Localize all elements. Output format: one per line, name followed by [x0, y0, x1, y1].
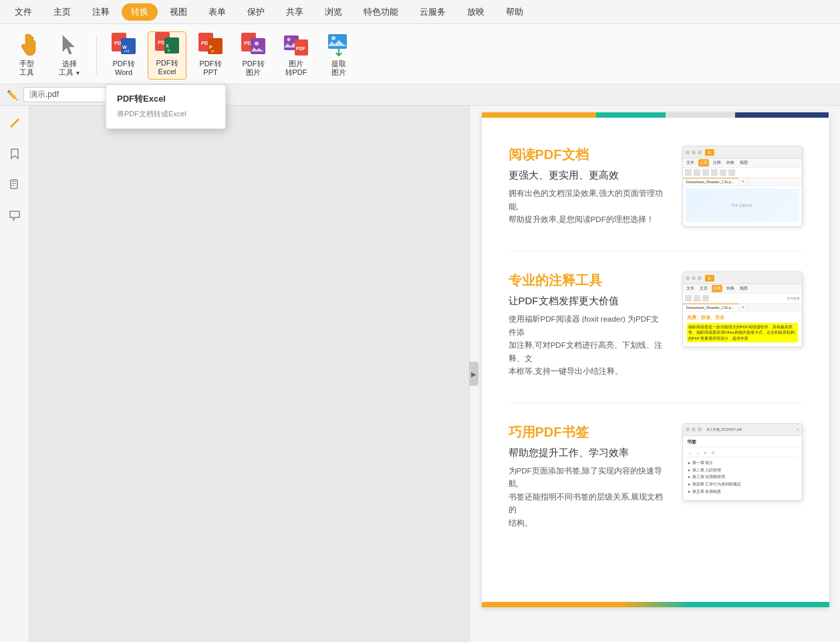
svg-text:ord: ord [124, 49, 129, 53]
mini-tool-5 [720, 169, 726, 176]
extract-image-label: 提取图片 [331, 60, 346, 77]
section-read-image: G 文件 主页 注释 转换 视图 [682, 146, 803, 227]
mini-menu-anno: 注释 [712, 159, 722, 167]
svg-text:X: X [166, 43, 169, 48]
mini-read-menubar: 文件 主页 注释 转换 视图 [683, 158, 802, 168]
svg-rect-30 [12, 183, 16, 184]
menubar: 文件 主页 注释 转换 视图 表单 保护 共享 浏览 特色功能 云服务 放映 帮… [0, 0, 840, 24]
hand-icon [13, 33, 40, 57]
dropdown-title: PDF转Excel [106, 90, 225, 108]
pdf-to-excel-button[interactable]: PDF X ls PDF转Excel [148, 31, 186, 80]
mini-menu-convert: 转换 [725, 159, 736, 167]
pdf-to-image-label: PDF转图片 [243, 60, 265, 77]
pdf-to-excel-icon: PDF X ls [154, 29, 180, 56]
mini-bk-content: 书签 ☆ ☆ A A' ▸第一章 简介 ▸第二章 入职管理 ▸第三章 试用期管理 [683, 436, 802, 500]
main-layout: ▶ 阅读PDF文档 更强大、更实用、更高效 拥有出色的文档渲染效果,强大的页面管… [0, 106, 840, 642]
menu-home[interactable]: 主页 [44, 3, 80, 21]
svg-rect-31 [12, 185, 15, 186]
toolbar: 手型工具 选择工具 ▼ PDF W ord PDF转Word [0, 24, 840, 84]
mini-bk-tool-1: ☆ [688, 451, 692, 455]
svg-point-23 [287, 37, 291, 41]
collapse-button[interactable]: ▶ [469, 362, 478, 386]
section-anno-image: G 文件 主页 注释 转换 视图 文件 [682, 272, 803, 379]
image-to-pdf-button[interactable]: PDF 图片转PDF [277, 31, 315, 80]
menu-convert[interactable]: 转换 [122, 3, 158, 21]
color-bar-teal [596, 112, 666, 118]
left-sidebar [0, 106, 29, 642]
mini-bk-dot-1 [686, 427, 690, 431]
document-area: ▶ [29, 106, 470, 642]
mini-bk-dot-3 [698, 427, 702, 431]
dropdown-tooltip: PDF转Excel 将PDF文档转成Excel [106, 84, 226, 129]
mini-read-content: PDF 文档内容 [683, 186, 802, 226]
sidebar-pages-icon[interactable] [4, 174, 25, 195]
menu-file[interactable]: 文件 [5, 3, 41, 21]
svg-rect-0 [26, 35, 27, 45]
mini-read-tabbar: Datasheet_Reader_CN.p... × [683, 178, 802, 186]
mini-anno-dot-2 [692, 276, 696, 280]
sidebar-bookmark-icon[interactable] [4, 143, 25, 165]
pdf-to-word-icon: PDF W ord [110, 30, 137, 57]
bk-item-1: ▸第一章 简介 [688, 459, 797, 467]
color-bar-orange [482, 112, 597, 118]
section-bk-subtitle: 帮助您提升工作、学习效率 [509, 447, 666, 459]
menu-cloud[interactable]: 云服务 [410, 3, 455, 21]
section-bk-body: 为PDF页面添加书签,除了实现内容的快速导航,书签还能指明不同书签的层级关系,展… [509, 465, 666, 530]
pdf-preview-panel[interactable]: 阅读PDF文档 更强大、更实用、更高效 拥有出色的文档渲染效果,强大的页面管理功… [470, 106, 840, 642]
mini-logo: G [705, 149, 714, 156]
mini-anno-window: G 文件 主页 注释 转换 视图 文件 [682, 272, 803, 347]
hand-tool-button[interactable]: 手型工具 [8, 31, 45, 80]
menu-form[interactable]: 表单 [199, 3, 235, 21]
menu-view[interactable]: 视图 [160, 3, 196, 21]
section-anno-body: 使用福昕PDF阅读器 (foxit reader) 为PDF文件添加注释,可对P… [509, 313, 666, 379]
image-to-pdf-icon: PDF [283, 30, 309, 57]
bk-icon-1: ▸ [688, 459, 690, 467]
sidebar-comment-icon[interactable] [4, 205, 25, 226]
mini-bk-toolbar: ☆ ☆ A A' [687, 449, 798, 457]
select-tool-label: 选择工具 ▼ [59, 60, 81, 77]
pdf-section-read: 阅读PDF文档 更强大、更实用、更高效 拥有出色的文档渲染效果,强大的页面管理功… [509, 132, 803, 227]
menu-share[interactable]: 共享 [277, 3, 313, 21]
pdf-to-image-button[interactable]: PDF PDF转图片 [235, 31, 272, 80]
menu-present[interactable]: 放映 [458, 3, 494, 21]
mini-anno-menu-home: 主页 [698, 285, 709, 292]
mini-anno-tool-3 [702, 295, 709, 302]
pdf-section-annotate: 专业的注释工具 让PDF文档发挥更大价值 使用福昕PDF阅读器 (foxit r… [509, 258, 803, 379]
mini-anno-content: 免费、快速、安全 福昕阅读器是一款功能强大的PDF阅读器软件，具有极高美誉。福昕… [683, 312, 802, 346]
mini-dot-1 [686, 150, 690, 154]
section-anno-title: 专业的注释工具 [509, 272, 666, 290]
mini-bk-close: × [797, 427, 799, 431]
sidebar-edit-icon[interactable] [4, 112, 25, 134]
svg-point-21 [255, 41, 259, 45]
mini-tool-2 [694, 169, 700, 176]
pdf-to-excel-label: PDF转Excel [156, 59, 178, 76]
extract-image-button[interactable]: 提取图片 [320, 31, 358, 80]
menu-help[interactable]: 帮助 [497, 3, 533, 21]
mini-anno-tabbar: Datasheet_Reader_CN.p... × [683, 304, 802, 312]
mini-bk-filename: 员工手册_20120917.pdf [704, 427, 795, 431]
bottom-color-strip [482, 602, 829, 607]
bk-item-2: ▸第二章 入职管理 [688, 467, 797, 474]
select-tool-button[interactable]: 选择工具 ▼ [51, 31, 88, 80]
menu-feature[interactable]: 特色功能 [354, 3, 408, 21]
menu-browse[interactable]: 浏览 [315, 3, 352, 21]
section-bk-image: 员工手册_20120917.pdf × 书签 ☆ ☆ A A' [682, 423, 803, 530]
svg-text:pt: pt [211, 49, 215, 53]
svg-rect-28 [11, 180, 17, 189]
mini-bk-dot-2 [692, 427, 696, 431]
menu-protect[interactable]: 保护 [238, 3, 274, 21]
section-read-title: 阅读PDF文档 [509, 146, 666, 164]
svg-rect-20 [251, 38, 265, 54]
mini-tool-4 [711, 169, 718, 176]
mini-anno-tool-1 [685, 295, 692, 302]
select-icon [56, 34, 83, 57]
mini-anno-tool-2 [694, 295, 700, 302]
pdf-page: 阅读PDF文档 更强大、更实用、更高效 拥有出色的文档渲染效果,强大的页面管理功… [482, 112, 829, 607]
pdf-to-ppt-button[interactable]: PDF P pt PDF转PPT [192, 31, 229, 80]
bk-item-4: ▸第四章 工作行为准则和规定 [688, 481, 797, 488]
menu-annotation[interactable]: 注释 [83, 3, 119, 21]
pdf-to-word-button[interactable]: PDF W ord PDF转Word [105, 31, 142, 80]
mini-anno-tab-close: × [738, 304, 748, 311]
mini-tool-6 [728, 169, 735, 176]
mini-dot-3 [698, 150, 702, 154]
